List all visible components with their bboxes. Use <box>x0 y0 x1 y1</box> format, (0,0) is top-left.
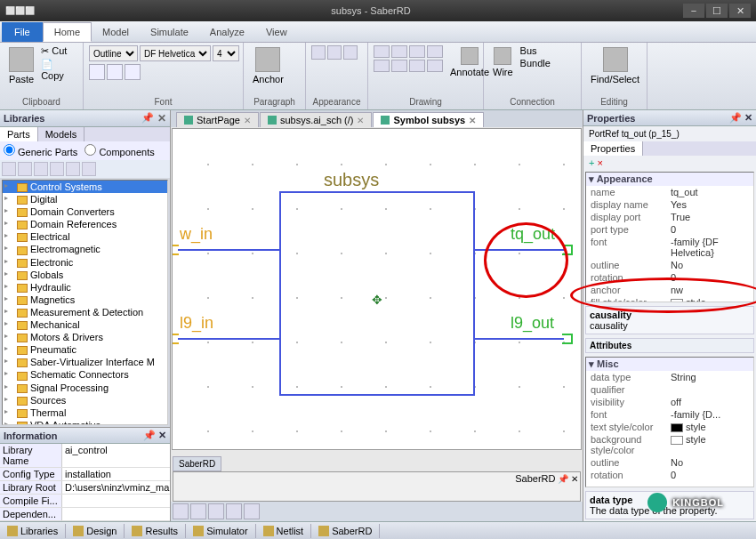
bottom-tab[interactable]: SaberRD <box>311 524 380 538</box>
close-button[interactable]: ✕ <box>729 4 751 18</box>
tree-node[interactable]: Pneumatic <box>3 343 167 356</box>
property-group-header[interactable]: ▾ Misc <box>586 358 753 371</box>
library-tree[interactable]: Control SystemsDigitalDomain ConvertersD… <box>2 180 168 425</box>
copy-button[interactable]: 📄 Copy <box>41 59 77 81</box>
components-radio[interactable]: Components <box>84 144 154 157</box>
port-l9-out[interactable] <box>562 334 573 344</box>
anchor-button[interactable]: Anchor <box>249 45 287 86</box>
italic-button[interactable] <box>107 64 123 80</box>
bold-button[interactable] <box>89 64 105 80</box>
tree-node[interactable]: Hydraulic <box>3 281 167 294</box>
paste-button[interactable]: Paste <box>5 45 37 86</box>
minimize-button[interactable]: − <box>683 4 704 18</box>
font-size-select[interactable]: 4 <box>213 45 239 61</box>
document-tab[interactable]: StartPage✕ <box>176 112 259 127</box>
tree-node[interactable]: Domain Converters <box>3 205 167 218</box>
draw-tool[interactable] <box>391 60 407 72</box>
draw-tool[interactable] <box>374 60 390 72</box>
pin-icon[interactable]: 📌 ✕ <box>143 430 166 441</box>
appearance-btn-2[interactable] <box>327 45 342 60</box>
bundle-button[interactable]: Bundle <box>520 58 551 68</box>
tree-node[interactable]: Schematic Connectors <box>3 368 167 381</box>
tool-btn[interactable] <box>190 503 206 519</box>
property-row[interactable]: text style/colorstyle <box>586 421 753 433</box>
property-row[interactable]: anchornw <box>586 284 753 296</box>
property-row[interactable]: data typeString <box>586 371 753 383</box>
tree-node[interactable]: Domain References <box>3 218 167 230</box>
cut-button[interactable]: ✂ Cut <box>41 45 77 57</box>
tree-node[interactable]: Saber-Virtualizer Interface M <box>3 356 167 368</box>
tool-btn[interactable] <box>226 503 242 519</box>
close-tab-icon[interactable]: ✕ <box>357 116 364 125</box>
tool-btn[interactable] <box>34 162 48 176</box>
tab-model[interactable]: Model <box>92 23 140 41</box>
tool-btn[interactable] <box>173 503 189 519</box>
tree-node[interactable]: Motors & Drivers <box>3 331 167 343</box>
generic-parts-radio[interactable]: Generic Parts <box>4 144 77 157</box>
property-row[interactable]: port type0 <box>586 223 753 236</box>
tree-node[interactable]: Magnetics <box>3 294 167 306</box>
bottom-tab[interactable]: Simulator <box>186 524 255 538</box>
property-row[interactable]: visibilityoff <box>586 396 753 408</box>
add-remove-icons[interactable]: + × <box>583 156 756 170</box>
schematic-canvas[interactable]: subsys w_in l9_in tq_out l9_out ✥ <box>172 128 582 450</box>
find-button[interactable]: Find/Select <box>587 45 643 86</box>
draw-tool[interactable] <box>374 45 390 58</box>
bottom-tab[interactable]: Libraries <box>0 524 66 538</box>
tool-btn[interactable] <box>208 503 224 519</box>
property-row[interactable]: font-family {DF Helvetica} <box>586 236 753 259</box>
close-tab-icon[interactable]: ✕ <box>469 116 476 125</box>
close-tab-icon[interactable]: ✕ <box>244 116 251 125</box>
tool-btn[interactable] <box>2 162 16 176</box>
bottom-tab[interactable]: Netlist <box>256 524 312 538</box>
appearance-btn-1[interactable] <box>311 45 326 60</box>
property-grid[interactable]: ▾ Appearancenametq_outdisplay nameYesdis… <box>585 172 754 302</box>
properties-tab[interactable]: Properties <box>583 141 643 156</box>
bottom-tab[interactable]: Design <box>66 524 125 538</box>
saberrd-tab[interactable]: SaberRD <box>173 456 221 471</box>
maximize-button[interactable]: ☐ <box>706 4 728 18</box>
tree-node[interactable]: Control Systems <box>3 181 167 193</box>
wire-button[interactable]: Wire <box>489 45 517 79</box>
bottom-tab[interactable]: Results <box>125 524 186 538</box>
property-row[interactable]: nametq_out <box>586 186 753 198</box>
tool-btn[interactable] <box>18 162 32 176</box>
draw-tool[interactable] <box>409 45 425 58</box>
property-row[interactable]: display portTrue <box>586 211 753 223</box>
outline-select[interactable]: Outline <box>89 45 138 61</box>
tree-node[interactable]: Mechanical <box>3 318 167 331</box>
document-tab[interactable]: subsys.ai_sch (/)✕ <box>260 112 373 127</box>
document-tab[interactable]: Symbol subsys✕ <box>373 112 484 127</box>
property-row[interactable]: rotation0 <box>586 271 753 284</box>
draw-tool[interactable] <box>391 45 407 58</box>
property-group-header[interactable]: ▾ Appearance <box>586 173 753 186</box>
attributes-grid[interactable]: ▾ Miscdata typeStringqualifiervisibility… <box>585 357 754 487</box>
property-row[interactable]: outlineNo <box>586 259 753 271</box>
file-menu[interactable]: File <box>2 22 43 42</box>
models-tab[interactable]: Models <box>38 127 84 141</box>
draw-tool[interactable] <box>427 60 443 72</box>
tab-simulate[interactable]: Simulate <box>140 23 199 41</box>
draw-tool[interactable] <box>409 60 425 72</box>
parts-tab[interactable]: Parts <box>0 127 38 141</box>
property-row[interactable]: display nameYes <box>586 198 753 211</box>
property-row[interactable]: font-family {D... <box>586 408 753 421</box>
property-row[interactable]: fill style/colorstyle <box>586 296 753 302</box>
tree-node[interactable]: Electronic <box>3 256 167 269</box>
draw-tool[interactable] <box>427 45 443 58</box>
tree-node[interactable]: Electrical <box>3 230 167 243</box>
close-panel-button[interactable]: ✕ <box>157 112 166 125</box>
appearance-btn-3[interactable] <box>343 45 358 60</box>
tree-node[interactable]: Signal Processing <box>3 382 167 394</box>
tool-btn[interactable] <box>50 162 64 176</box>
tree-node[interactable]: Measurement & Detection <box>3 306 167 318</box>
bus-button[interactable]: Bus <box>520 45 551 56</box>
property-row[interactable]: outlineNo <box>586 456 753 469</box>
tree-node[interactable]: Digital <box>3 193 167 205</box>
pin-icon[interactable]: 📌 <box>141 112 154 125</box>
font-family-select[interactable]: DF Helvetica <box>140 45 211 61</box>
tree-node[interactable]: Thermal <box>3 406 167 419</box>
property-row[interactable]: qualifier <box>586 383 753 396</box>
property-row[interactable]: rotation0 <box>586 469 753 481</box>
tool-btn[interactable] <box>66 162 80 176</box>
